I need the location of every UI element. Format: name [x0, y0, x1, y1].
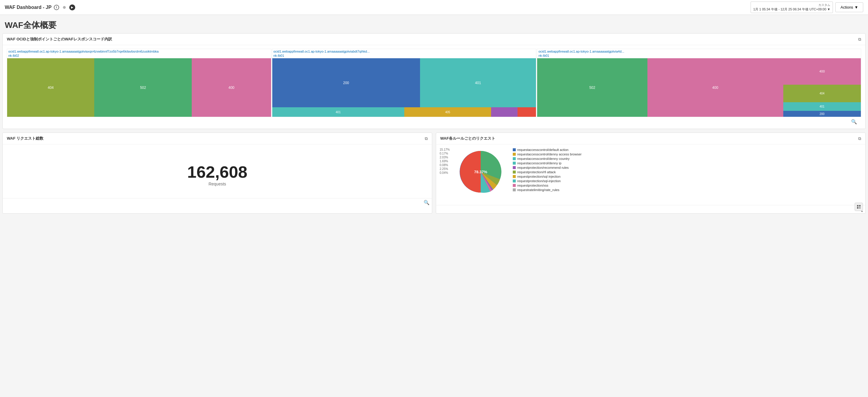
treemap-col-3: ocid1.webappfirewall.oc1.ap-tokyo-1.amaa… — [537, 49, 861, 117]
treemap-columns: ocid1.webappfirewall.oc1.ap-tokyo-1.amaa… — [7, 49, 861, 117]
treemap-col-1-link[interactable]: ocid1.webappfirewall.oc1.ap-tokyo-1.amaa… — [8, 49, 270, 53]
pie-legend-label-3: requestaccesscontrol/denny country — [517, 157, 569, 161]
pie-legend-label-2: requestaccesscontrol/denny access browse… — [517, 153, 582, 156]
pie-legend-label-7: requestprotection/sql injection — [517, 175, 561, 178]
pie-labels-left: 15.17% 0.17% 2.03% 1.69% 0.08% 2.25% 0.0… — [440, 148, 455, 174]
scroll-icon — [857, 204, 861, 209]
pie-legend-dot-4 — [513, 162, 516, 165]
tag-icon[interactable]: ▶ — [69, 4, 75, 10]
treemap-col-3-link[interactable]: ocid1.webappfirewall.oc1.ap-tokyo-1.amaa… — [538, 49, 860, 53]
pie-legend-item-4: requestaccesscontrol/denny ip — [513, 161, 582, 165]
treemap-block-401-bot: 401 — [272, 107, 404, 117]
pie-chart: 78.37% — [457, 148, 510, 201]
waf-rules-body: 15.17% 0.17% 2.03% 1.69% 0.08% 2.25% 0.0… — [436, 144, 865, 205]
main-content: WAF OCIDと強制ポイントごとのWAFレスポンスコード内訳 ⧉ ocid1.… — [0, 33, 868, 216]
waf-requests-body: 162,608 Requests — [3, 144, 432, 198]
treemap-block-400-3b: 400 — [783, 58, 861, 85]
page-heading: WAF全体概要 — [0, 15, 868, 33]
treemap-block-purple — [491, 107, 518, 117]
pie-legend-dot-6 — [513, 171, 516, 173]
pie-pct-3: 2.03% — [440, 156, 455, 159]
pie-legend-dot-10 — [513, 188, 516, 191]
pie-legend-label-8: requestprotection/sql-injection — [517, 179, 561, 183]
treemap-col-2-header: ocid1.webappfirewall.oc1.ap-tokyo-1.amaa… — [272, 49, 536, 58]
pie-legend-label-6: requestprotection/rfi attack — [517, 170, 556, 174]
svg-rect-0 — [857, 205, 859, 206]
pie-legend: requestaccesscontrol/default action requ… — [513, 148, 582, 192]
treemap-col-3-sublabel: nk-lb01 — [538, 54, 549, 57]
time-range-selector[interactable]: カスタム 1月 1 05:34 午後 - 12月 25 06:34 午後 UTC… — [751, 1, 833, 13]
pie-legend-label-5: requestprotection/recommend rules — [517, 166, 569, 169]
treemap-col-1-sublabel: nk-lb02 — [8, 54, 19, 57]
header-title: WAF Dashboard - JP — [5, 5, 52, 10]
treemap-block-200: 200 — [272, 58, 420, 107]
waf-rules-header: WAF各ルールごとのリクエスト ⧉ — [436, 133, 865, 144]
treemap-col-1-header: ocid1.webappfirewall.oc1.ap-tokyo-1.amaa… — [7, 49, 271, 58]
pie-pct-6: 2.25% — [440, 167, 455, 171]
pie-legend-item-6: requestprotection/rfi attack — [513, 170, 582, 174]
treemap-block-502-3: 502 — [537, 58, 647, 117]
treemap-panel: WAF OCIDと強制ポイントごとのWAFレスポンスコード内訳 ⧉ ocid1.… — [2, 33, 866, 129]
treemap-block-401-top: 401 — [420, 58, 536, 107]
pie-pct-1: 15.17% — [440, 148, 455, 151]
waf-requests-panel: WAF リクエスト総数 ⧉ 162,608 Requests 🔍 — [2, 133, 432, 214]
svg-rect-2 — [857, 207, 859, 209]
pie-legend-label-9: requestprotection/xss — [517, 184, 549, 187]
header-right: カスタム 1月 1 05:34 午後 - 12月 25 06:34 午後 UTC… — [751, 1, 863, 13]
shield-icon[interactable]: ⊕ — [62, 5, 67, 10]
waf-requests-title: WAF リクエスト総数 — [7, 136, 44, 141]
treemap-block-404-1: 404 — [7, 58, 94, 117]
pie-legend-item-8: requestprotection/sql-injection — [513, 179, 582, 183]
actions-button[interactable]: Actions ▼ — [835, 2, 863, 12]
pie-legend-dot-2 — [513, 153, 516, 156]
info-icon[interactable]: ℹ — [54, 5, 59, 10]
actions-label: Actions — [840, 5, 853, 9]
waf-requests-external-icon[interactable]: ⧉ — [425, 136, 428, 141]
pie-center-label: 78.37% — [474, 170, 488, 174]
treemap-bottom: 🔍 — [7, 117, 861, 126]
header-left: WAF Dashboard - JP ℹ ⊕ ▶ — [5, 4, 75, 10]
waf-rules-panel: WAF各ルールごとのリクエスト ⧉ 15.17% 0.17% 2.03% 1.6… — [436, 133, 866, 214]
treemap-panel-header: WAF OCIDと強制ポイントごとのWAFレスポンスコード内訳 ⧉ — [3, 34, 865, 45]
pie-svg: 78.37% — [457, 148, 504, 196]
treemap-col-1: ocid1.webappfirewall.oc1.ap-tokyo-1.amaa… — [7, 49, 271, 117]
waf-rules-external-icon[interactable]: ⧉ — [858, 136, 861, 141]
waf-rules-title: WAF各ルールごとのリクエスト — [440, 136, 495, 141]
pie-legend-item-3: requestaccesscontrol/denny country — [513, 157, 582, 161]
treemap-col-3-header: ocid1.webappfirewall.oc1.ap-tokyo-1.amaa… — [537, 49, 861, 58]
pie-legend-item-10: requestratelimiting/rate_rules — [513, 188, 582, 192]
pie-legend-dot-9 — [513, 184, 516, 187]
svg-rect-3 — [859, 207, 861, 209]
waf-rules-footer: 🔍 — [436, 205, 865, 213]
pie-legend-label-1: requestaccesscontrol/default action — [517, 148, 568, 152]
pie-pct-2: 0.17% — [440, 152, 455, 155]
waf-requests-count: 162,608 — [187, 151, 247, 181]
treemap-block-400-1: 400 — [192, 58, 271, 117]
treemap-container: ocid1.webappfirewall.oc1.ap-tokyo-1.amaa… — [3, 45, 865, 129]
pie-legend-dot-1 — [513, 148, 516, 151]
header-bar: WAF Dashboard - JP ℹ ⊕ ▶ カスタム 1月 1 05:34… — [0, 0, 868, 15]
bottom-panels: WAF リクエスト総数 ⧉ 162,608 Requests 🔍 WAF各ルール… — [2, 133, 866, 214]
pie-legend-dot-8 — [513, 179, 516, 183]
pie-pct-4: 1.69% — [440, 160, 455, 163]
treemap-col-2-blocks: 200 401 401 405 — [272, 58, 536, 117]
treemap-block-502-1: 502 — [94, 58, 192, 117]
waf-requests-header: WAF リクエスト総数 ⧉ — [3, 133, 432, 144]
treemap-zoom-icon[interactable]: 🔍 — [851, 119, 857, 125]
treemap-col-3-blocks: 502 400 400 404 401 200 — [537, 58, 861, 117]
treemap-external-icon[interactable]: ⧉ — [858, 37, 861, 42]
treemap-block-200-3: 200 — [783, 111, 861, 117]
pie-legend-dot-7 — [513, 175, 516, 178]
treemap-col-2: ocid1.webappfirewall.oc1.ap-tokyo-1.amaa… — [272, 49, 536, 117]
treemap-col-2-sublabel: nk-lb01 — [274, 54, 284, 57]
treemap-col-2-link[interactable]: ocid1.webappfirewall.oc1.ap-tokyo-1.amaa… — [274, 49, 535, 53]
waf-rules-scroll-badge[interactable] — [855, 203, 863, 211]
actions-arrow: ▼ — [854, 5, 858, 9]
pie-legend-dot-3 — [513, 157, 516, 160]
svg-rect-1 — [859, 205, 861, 206]
pie-pct-7: 0.04% — [440, 171, 455, 174]
pie-legend-dot-5 — [513, 166, 516, 169]
time-range-value: 1月 1 05:34 午後 - 12月 25 06:34 午後 UTC+09:0… — [753, 7, 830, 11]
pie-legend-item-9: requestprotection/xss — [513, 184, 582, 187]
waf-requests-zoom-icon[interactable]: 🔍 — [424, 200, 430, 205]
